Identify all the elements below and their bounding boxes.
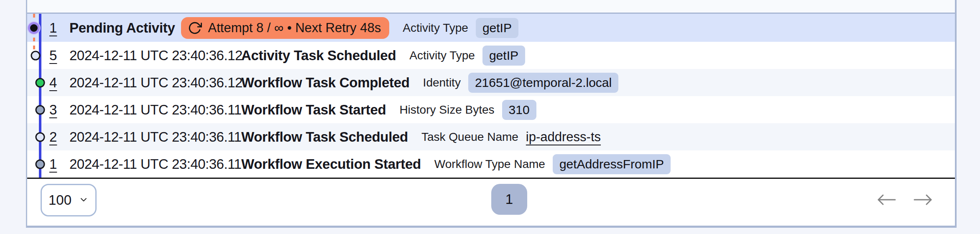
attr-label: Activity Type — [409, 49, 475, 62]
event-row-workflow-execution-started[interactable]: 1 2024-12-11 UTC 23:40:36.11 Workflow Ex… — [27, 150, 955, 178]
page-background: 1 Pending Activity Attempt 8 / ∞ • Next … — [0, 0, 980, 234]
page-size-select[interactable]: 100 — [41, 184, 97, 216]
event-title: Activity Task Scheduled — [241, 48, 396, 64]
timeline-dot-pending — [28, 22, 40, 34]
event-history-list: 1 Pending Activity Attempt 8 / ∞ • Next … — [27, 14, 955, 178]
attr-value-chip: 21651@temporal-2.local — [468, 73, 618, 93]
event-title: Workflow Task Scheduled — [241, 129, 408, 145]
event-row-pending-activity[interactable]: 1 Pending Activity Attempt 8 / ∞ • Next … — [27, 14, 955, 42]
event-number-link[interactable]: 5 — [49, 48, 69, 64]
event-row-workflow-task-completed[interactable]: 4 2024-12-11 UTC 23:40:36.12 Workflow Ta… — [27, 69, 955, 96]
attr-label: Workflow Type Name — [434, 158, 545, 171]
event-title: Workflow Task Completed — [241, 75, 410, 91]
timeline-dot-started — [36, 105, 45, 115]
chevron-down-icon — [79, 192, 89, 208]
retry-attempt-badge: Attempt 8 / ∞ • Next Retry 48s — [181, 17, 390, 39]
timeline-dot-scheduled — [31, 51, 41, 61]
event-number-link[interactable]: 1 — [49, 20, 69, 36]
event-number-link[interactable]: 4 — [49, 75, 69, 91]
pagination-bar: 100 1 — [27, 178, 955, 222]
event-row-activity-task-scheduled[interactable]: 5 2024-12-11 UTC 23:40:36.12 Activity Ta… — [27, 42, 955, 69]
page-size-value: 100 — [48, 192, 71, 208]
event-row-workflow-task-scheduled[interactable]: 2 2024-12-11 UTC 23:40:36.11 Workflow Ta… — [27, 123, 955, 150]
event-title: Workflow Execution Started — [241, 156, 421, 172]
event-row-workflow-task-started[interactable]: 3 2024-12-11 UTC 23:40:36.11 Workflow Ta… — [27, 96, 955, 123]
event-timestamp: 2024-12-11 UTC 23:40:36.12 — [69, 75, 241, 91]
arrow-right-icon — [913, 193, 933, 208]
attr-label: Identity — [423, 76, 461, 89]
timeline-dot-execution-started — [36, 160, 45, 169]
attr-value-chip: getIP — [476, 18, 518, 38]
previous-page-button[interactable] — [876, 193, 896, 208]
timeline-dot-task-scheduled — [36, 132, 45, 142]
event-title: Workflow Task Started — [241, 102, 386, 118]
event-number-link[interactable]: 2 — [49, 129, 69, 145]
timeline-line — [39, 14, 41, 178]
event-timestamp: 2024-12-11 UTC 23:40:36.11 — [69, 129, 241, 145]
event-timestamp: 2024-12-11 UTC 23:40:36.11 — [69, 156, 241, 172]
attr-value-chip: getAddressFromIP — [553, 154, 671, 174]
task-queue-link[interactable]: ip-address-ts — [526, 130, 601, 145]
event-number-link[interactable]: 3 — [49, 102, 69, 118]
pagination-arrows — [876, 179, 933, 222]
attr-label: Activity Type — [403, 21, 468, 35]
timeline-dot-completed — [36, 78, 45, 88]
event-number-link[interactable]: 1 — [49, 156, 69, 172]
retry-icon — [188, 21, 202, 35]
toolbar-strip — [27, 0, 955, 14]
event-timestamp: 2024-12-11 UTC 23:40:36.11 — [69, 102, 241, 118]
retry-badge-text: Attempt 8 / ∞ • Next Retry 48s — [208, 20, 381, 36]
attr-label: History Size Bytes — [399, 103, 494, 117]
arrow-left-icon — [876, 193, 896, 208]
event-title: Pending Activity — [69, 20, 175, 36]
event-timestamp: 2024-12-11 UTC 23:40:36.12 — [69, 48, 241, 64]
attr-label: Task Queue Name — [421, 130, 518, 144]
next-page-button[interactable] — [913, 193, 933, 208]
attr-value-chip: getIP — [482, 46, 525, 66]
pending-retry-dashed-line — [33, 14, 35, 56]
current-page-button[interactable]: 1 — [491, 184, 527, 215]
event-history-panel: 1 Pending Activity Attempt 8 / ∞ • Next … — [26, 0, 957, 228]
current-page-number: 1 — [505, 191, 513, 207]
attr-value-chip: 310 — [502, 100, 536, 120]
